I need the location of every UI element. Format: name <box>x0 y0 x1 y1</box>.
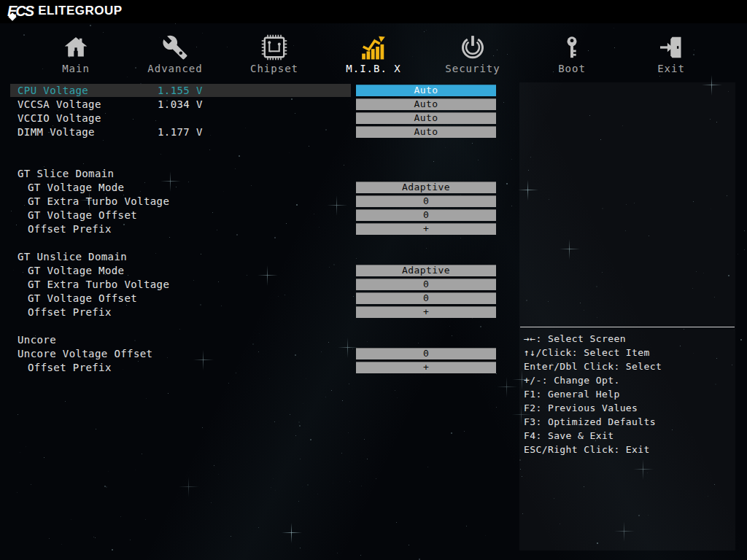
tab-main[interactable]: Main <box>26 26 125 74</box>
security-icon <box>459 30 487 61</box>
help-line: ↑↓/Click: Select Item <box>524 347 732 361</box>
setting-control[interactable]: Auto <box>356 98 496 110</box>
setting-label[interactable]: VCCIO Voltage <box>18 112 101 124</box>
tab-boot[interactable]: Boot <box>522 26 622 74</box>
setting-control[interactable]: 0 <box>356 348 496 359</box>
section-header-label: GT Unslice Domain <box>18 251 127 262</box>
wrench-icon <box>162 30 188 61</box>
row-spacer <box>10 319 496 333</box>
settings-panel: CPU Voltage1.155 VAutoVCCSA Voltage1.034… <box>10 84 496 375</box>
tab-label: Boot <box>558 63 586 74</box>
tab-exit[interactable]: Exit <box>622 26 721 74</box>
tab-security[interactable]: Security <box>423 26 522 74</box>
row-spacer <box>10 139 496 153</box>
setting-value: 1.034 V <box>158 98 203 110</box>
settings-row[interactable]: GT Voltage ModeAdaptive <box>10 181 496 195</box>
brand-name: ELITEGROUP <box>38 4 123 18</box>
settings-row[interactable]: GT Voltage Offset0 <box>10 209 496 222</box>
tab-chipset[interactable]: Chipset <box>225 26 324 74</box>
help-line: ESC/Right Click: Exit <box>524 444 732 458</box>
exit-icon <box>657 30 685 61</box>
help-line: F4: Save & Exit <box>524 430 732 444</box>
chip-icon <box>260 30 288 61</box>
setting-control[interactable]: Auto <box>356 85 496 96</box>
setting-label[interactable]: GT Voltage Mode <box>28 182 124 193</box>
tab-label: M.I.B. X <box>346 63 400 74</box>
tab-label: Exit <box>657 63 685 74</box>
setting-value: 1.177 V <box>158 126 203 138</box>
setting-label[interactable]: Offset Prefix <box>28 223 112 235</box>
section-header-label: GT Slice Domain <box>18 168 114 179</box>
setting-label[interactable]: GT Extra Turbo Voltage <box>28 279 169 290</box>
settings-row[interactable]: Offset Prefix+ <box>10 306 496 319</box>
tab-label: Chipset <box>250 63 298 74</box>
setting-control[interactable]: 0 <box>356 195 496 207</box>
tab-bar: Main Advanced Ch <box>26 26 721 74</box>
setting-label[interactable]: Uncore Voltage Offset <box>18 348 152 359</box>
setting-label[interactable]: GT Extra Turbo Voltage <box>28 195 169 207</box>
settings-row[interactable]: GT Extra Turbo Voltage0 <box>10 278 496 292</box>
settings-row[interactable]: Offset Prefix+ <box>10 222 496 236</box>
settings-row[interactable]: GT Voltage ModeAdaptive <box>10 264 496 278</box>
section-header-label: Uncore <box>18 334 56 346</box>
top-bar: ECS ELITEGROUP <box>0 0 747 23</box>
setting-label[interactable]: GT Voltage Offset <box>28 209 137 221</box>
setting-control[interactable]: 0 <box>356 292 496 304</box>
section-header-row: GT Slice Domain <box>10 167 496 181</box>
help-legend: →←: Select Screen↑↓/Click: Select ItemEn… <box>524 333 732 458</box>
settings-row[interactable]: GT Voltage Offset0 <box>10 292 496 306</box>
setting-label[interactable]: Offset Prefix <box>28 306 112 318</box>
help-divider <box>520 327 735 327</box>
row-spacer <box>10 153 496 167</box>
tab-label: Security <box>445 63 500 74</box>
row-spacer <box>10 236 496 250</box>
tab-label: Main <box>62 63 90 74</box>
tab-advanced[interactable]: Advanced <box>125 26 225 74</box>
setting-label[interactable]: CPU Voltage <box>18 85 88 96</box>
setting-control[interactable]: Auto <box>356 126 496 138</box>
setting-label[interactable]: Offset Prefix <box>28 362 112 373</box>
key-icon <box>560 30 584 61</box>
tab-label: Advanced <box>147 63 202 74</box>
ecs-logo-mark: ECS <box>7 4 33 18</box>
help-line: Enter/Dbl Click: Select <box>524 361 732 375</box>
help-line: F2: Previous Values <box>524 402 732 416</box>
setting-control[interactable]: 0 <box>356 209 496 221</box>
setting-control[interactable]: 0 <box>356 279 496 290</box>
setting-control[interactable]: + <box>356 223 496 235</box>
settings-row[interactable]: VCCSA Voltage1.034 VAuto <box>10 98 496 112</box>
help-line: +/-: Change Opt. <box>524 375 732 389</box>
section-header-row: GT Unslice Domain <box>10 250 496 264</box>
help-line: →←: Select Screen <box>524 333 732 347</box>
ecs-logo: ECS ELITEGROUP <box>7 4 123 18</box>
settings-row[interactable]: GT Extra Turbo Voltage0 <box>10 195 496 209</box>
settings-row[interactable]: Uncore Voltage Offset0 <box>10 347 496 361</box>
settings-row[interactable]: Offset Prefix+ <box>10 361 496 375</box>
section-header-row: Uncore <box>10 333 496 347</box>
setting-value: 1.155 V <box>158 85 203 96</box>
chart-icon <box>359 30 388 61</box>
setting-label[interactable]: DIMM Voltage <box>18 126 95 138</box>
home-icon <box>62 30 90 61</box>
settings-row[interactable]: VCCIO VoltageAuto <box>10 112 496 125</box>
setting-control[interactable]: + <box>356 306 496 318</box>
help-line: F3: Optimized Defaults <box>524 416 732 430</box>
info-panel: →←: Select Screen↑↓/Click: Select ItemEn… <box>519 82 735 551</box>
setting-control[interactable]: Auto <box>356 112 496 124</box>
setting-control[interactable]: Adaptive <box>356 182 496 193</box>
setting-control[interactable]: Adaptive <box>356 265 496 276</box>
setting-control[interactable]: + <box>356 362 496 373</box>
tab-mib-x[interactable]: M.I.B. X <box>324 26 423 74</box>
setting-label[interactable]: GT Voltage Offset <box>28 292 137 304</box>
setting-label[interactable]: VCCSA Voltage <box>18 98 101 110</box>
help-line: F1: General Help <box>524 389 732 402</box>
settings-row[interactable]: DIMM Voltage1.177 VAuto <box>10 125 496 139</box>
setting-label[interactable]: GT Voltage Mode <box>28 265 124 276</box>
settings-row[interactable]: CPU Voltage1.155 VAuto <box>10 84 496 98</box>
